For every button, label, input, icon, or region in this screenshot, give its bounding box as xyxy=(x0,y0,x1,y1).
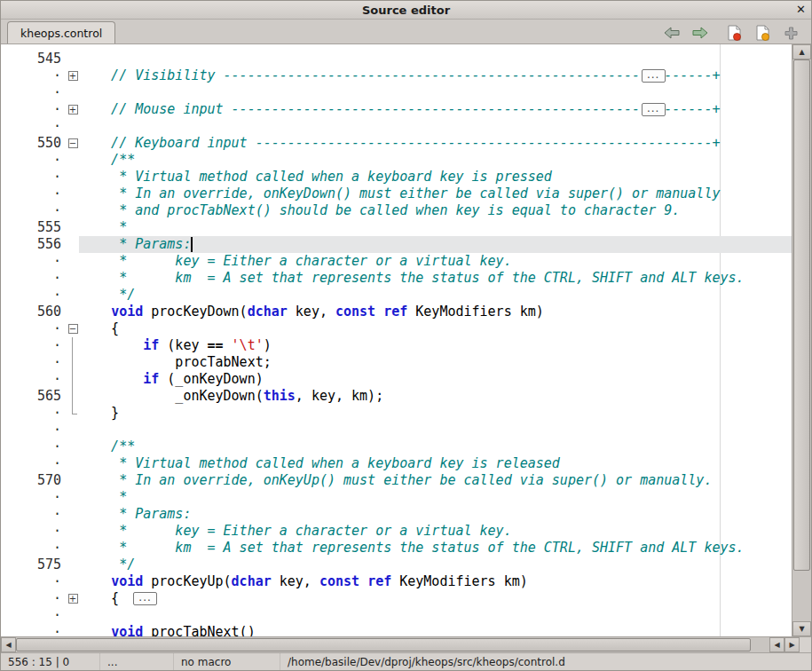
gutter-cell[interactable]: · xyxy=(1,405,67,422)
gutter-cell[interactable]: 575 xyxy=(1,557,67,573)
code-line[interactable]: { xyxy=(79,320,792,337)
navigate-forward-icon[interactable] xyxy=(690,24,710,42)
code-line[interactable]: * In an override, onKeyUp() must either … xyxy=(79,472,792,489)
code-line[interactable]: // Mouse input -------------------------… xyxy=(79,101,792,118)
gutter-cell[interactable]: 560 xyxy=(1,304,67,320)
save-document-as-icon[interactable] xyxy=(753,24,772,42)
vertical-scroll-thumb[interactable] xyxy=(793,59,810,571)
horizontal-scrollbar[interactable]: ◀ ◀ ▶ xyxy=(1,636,811,652)
code-line[interactable]: * Virtual method called when a keyboard … xyxy=(79,455,792,472)
code-line[interactable] xyxy=(79,607,792,624)
code-line[interactable]: * km = A set that represents the status … xyxy=(79,270,792,287)
gutter-cell[interactable]: 550 xyxy=(1,135,67,152)
gutter[interactable]: 545····550····555556···560····565····570… xyxy=(1,44,67,636)
scroll-down-icon[interactable]: ▼ xyxy=(792,621,811,636)
gutter-cell[interactable]: · xyxy=(1,84,67,101)
gutter-cell[interactable]: · xyxy=(1,67,67,84)
editor-toolbar xyxy=(662,24,800,42)
gutter-cell[interactable]: · xyxy=(1,523,67,540)
fold-marker-plus-icon[interactable]: + xyxy=(68,71,78,81)
code-line[interactable]: * Virtual method called when a keyboard … xyxy=(79,169,792,186)
gutter-cell[interactable]: · xyxy=(1,438,67,455)
fold-ellipsis[interactable]: ... xyxy=(642,103,666,116)
code-line[interactable]: void procKeyDown(dchar key, const ref Ke… xyxy=(79,304,792,320)
gutter-cell[interactable]: · xyxy=(1,270,67,287)
gutter-cell[interactable]: · xyxy=(1,371,67,388)
gutter-cell[interactable]: · xyxy=(1,489,67,506)
fold-marker-plus-icon[interactable]: + xyxy=(68,105,78,114)
gutter-cell[interactable]: · xyxy=(1,540,67,557)
scroll-left-end-icon[interactable]: ◀ xyxy=(769,637,784,652)
gutter-cell[interactable]: · xyxy=(1,455,67,472)
save-document-icon[interactable] xyxy=(724,24,744,42)
code-line[interactable] xyxy=(79,51,792,67)
code-line[interactable] xyxy=(79,84,792,101)
gutter-cell[interactable]: 565 xyxy=(1,388,67,405)
gutter-cell[interactable]: · xyxy=(1,186,67,202)
gutter-cell[interactable]: · xyxy=(1,337,67,354)
code-line[interactable]: // Keyboard input ----------------------… xyxy=(79,135,792,152)
close-icon[interactable]: ✕ xyxy=(796,3,806,16)
code-line[interactable]: * key = Either a character or a virtual … xyxy=(79,253,792,270)
fold-marker-minus-icon[interactable]: − xyxy=(68,324,78,334)
detach-window-icon[interactable] xyxy=(781,24,800,42)
gutter-cell[interactable]: · xyxy=(1,607,67,624)
gutter-cell[interactable]: · xyxy=(1,118,67,135)
scroll-left-icon[interactable]: ◀ xyxy=(1,637,16,652)
code-line[interactable]: * key = Either a character or a virtual … xyxy=(79,523,792,540)
code-line[interactable]: /** xyxy=(79,152,792,169)
vertical-scroll-track[interactable] xyxy=(792,59,811,621)
fold-ellipsis[interactable]: ... xyxy=(133,592,157,605)
code-line[interactable] xyxy=(79,118,792,135)
code-line[interactable] xyxy=(79,422,792,438)
fold-marker-plus-icon[interactable]: + xyxy=(68,594,78,604)
gutter-cell[interactable]: · xyxy=(1,506,67,523)
code-line[interactable]: * Params: xyxy=(79,506,792,523)
horizontal-scroll-thumb[interactable] xyxy=(16,638,751,651)
gutter-cell[interactable]: · xyxy=(1,202,67,219)
fold-column[interactable]: ++−−+ xyxy=(67,44,79,636)
scroll-up-icon[interactable]: ▲ xyxy=(792,44,811,59)
gutter-cell[interactable]: · xyxy=(1,287,67,304)
gutter-cell[interactable]: · xyxy=(1,624,67,636)
gutter-cell[interactable]: 570 xyxy=(1,472,67,489)
horizontal-scroll-track[interactable] xyxy=(16,637,769,652)
code-line[interactable]: {... xyxy=(79,590,792,607)
scroll-right-end-icon[interactable]: ▶ xyxy=(784,637,800,652)
navigate-back-icon[interactable] xyxy=(662,24,682,42)
code-line[interactable]: if (_onKeyDown) xyxy=(79,371,792,388)
gutter-cell[interactable]: · xyxy=(1,354,67,371)
code-line[interactable]: */ xyxy=(79,557,792,573)
vertical-scrollbar[interactable]: ▲ ▼ xyxy=(792,44,811,636)
fold-marker-minus-icon[interactable]: − xyxy=(68,138,78,148)
gutter-cell[interactable]: · xyxy=(1,590,67,607)
fold-ellipsis[interactable]: ... xyxy=(642,69,666,83)
code-line[interactable]: if (key == '\t') xyxy=(79,337,792,354)
code-line[interactable]: } xyxy=(79,405,792,422)
code-line[interactable]: * Params: xyxy=(79,236,792,253)
gutter-cell[interactable]: 555 xyxy=(1,219,67,236)
tab-kheops-control[interactable]: kheops.control xyxy=(7,21,115,43)
gutter-cell[interactable]: · xyxy=(1,152,67,169)
gutter-cell[interactable]: · xyxy=(1,169,67,186)
code-line[interactable]: /** xyxy=(79,438,792,455)
gutter-cell[interactable]: · xyxy=(1,320,67,337)
code-line[interactable]: // Visibility --------------------------… xyxy=(79,67,792,84)
code-line[interactable]: * km = A set that represents the status … xyxy=(79,540,792,557)
code-line[interactable]: * and procTabNext() should be called whe… xyxy=(79,202,792,219)
code-line[interactable]: void procKeyUp(dchar key, const ref KeyM… xyxy=(79,573,792,590)
code-line[interactable]: */ xyxy=(79,287,792,304)
code-line[interactable]: procTabNext; xyxy=(79,354,792,371)
gutter-cell[interactable]: · xyxy=(1,253,67,270)
gutter-cell[interactable]: · xyxy=(1,573,67,590)
code-area[interactable]: // Visibility --------------------------… xyxy=(79,44,792,636)
code-line[interactable]: _onKeyDown(this, key, km); xyxy=(79,388,792,405)
gutter-cell[interactable]: 556 xyxy=(1,236,67,253)
code-line[interactable]: * In an override, onKeyDown() must eithe… xyxy=(79,186,792,202)
code-line[interactable]: void procTabNext() xyxy=(79,624,792,636)
gutter-cell[interactable]: 545 xyxy=(1,51,67,67)
gutter-cell[interactable]: · xyxy=(1,422,67,438)
code-line[interactable]: * xyxy=(79,219,792,236)
gutter-cell[interactable]: · xyxy=(1,101,67,118)
code-line[interactable]: * xyxy=(79,489,792,506)
